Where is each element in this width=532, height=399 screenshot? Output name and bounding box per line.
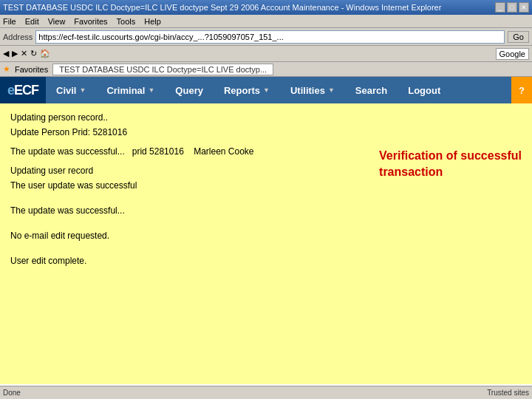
menu-view[interactable]: View — [48, 17, 66, 26]
close-button[interactable]: ✕ — [519, 2, 529, 13]
middle-section: Updating user record The user update was… — [10, 164, 522, 269]
nav-query[interactable]: Query — [165, 77, 214, 103]
help-icon: ? — [519, 85, 525, 96]
civil-dropdown-arrow: ▼ — [79, 86, 86, 94]
nav-civil-label: Civil — [56, 85, 76, 96]
nav-utilities[interactable]: Utilities ▼ — [280, 77, 345, 103]
search-toolbar-input[interactable]: Google — [496, 48, 529, 60]
nav-query-label: Query — [175, 85, 203, 96]
home-icon[interactable]: 🏠 — [40, 49, 50, 58]
ecf-logo-e: e — [7, 83, 14, 98]
menu-edit[interactable]: Edit — [25, 17, 39, 26]
ecf-logo: eECF — [0, 77, 46, 103]
verification-area: Verification of successful transaction — [261, 142, 522, 181]
window-controls[interactable]: _ □ ✕ — [495, 2, 529, 13]
address-label: Address — [3, 33, 33, 41]
nav-logout[interactable]: Logout — [398, 77, 451, 103]
nav-search[interactable]: Search — [345, 77, 398, 103]
line-2: Update Person Prid: 5281016 — [10, 126, 522, 139]
favorites-label: Favorites — [15, 65, 48, 74]
ecf-navbar: eECF Civil ▼ Criminal ▼ Query Reports ▼ … — [0, 77, 532, 103]
menu-help[interactable]: Help — [144, 17, 161, 26]
nav-help[interactable]: ? — [511, 77, 532, 103]
go-button[interactable]: Go — [508, 31, 529, 43]
line-4: Updating user record — [10, 164, 261, 177]
favorites-bar: ★ Favorites TEST DATABASE USDC ILC Docty… — [0, 62, 532, 77]
nav-criminal-label: Criminal — [106, 85, 145, 96]
title-bar: TEST DATABASE USDC ILC Doctype=ILC LIVE … — [0, 0, 532, 15]
nav-reports-label: Reports — [224, 85, 260, 96]
window-title: TEST DATABASE USDC ILC Doctype=ILC LIVE … — [3, 3, 441, 12]
line-7: No e-mail edit requested. — [10, 229, 261, 242]
update-section: Updating person record.. Update Person P… — [10, 111, 522, 139]
refresh-icon[interactable]: ↻ — [30, 49, 37, 58]
stop-icon[interactable]: ✕ — [21, 49, 27, 58]
nav-logout-label: Logout — [408, 85, 440, 96]
verification-text: Verification of successful transaction — [379, 148, 522, 181]
ecf-logo-cf: ECF — [14, 83, 38, 98]
minimize-button[interactable]: _ — [495, 2, 505, 13]
maximize-button[interactable]: □ — [507, 2, 517, 13]
forward-icon[interactable]: ▶ — [12, 49, 18, 58]
nav-utilities-label: Utilities — [290, 85, 325, 96]
verification-line1: Verification of successful — [379, 149, 522, 162]
content-area: Updating person record.. Update Person P… — [0, 103, 532, 384]
line-6: The update was successful... — [10, 204, 261, 217]
nav-civil[interactable]: Civil ▼ — [46, 77, 96, 103]
line-8: User edit complete. — [10, 254, 261, 267]
left-text: Updating user record The user update was… — [10, 164, 261, 269]
browser-toolbar: ◀ ▶ ✕ ↻ 🏠 Google — [0, 46, 532, 62]
status-text: Done — [3, 389, 21, 397]
criminal-dropdown-arrow: ▼ — [148, 86, 154, 94]
utilities-dropdown-arrow: ▼ — [328, 86, 335, 94]
menu-bar: File Edit View Favorites Tools Help — [0, 15, 532, 28]
menu-file[interactable]: File — [3, 17, 16, 26]
nav-criminal[interactable]: Criminal ▼ — [96, 77, 165, 103]
line-5: The user update was successful — [10, 179, 261, 192]
zone-text: Trusted sites — [487, 389, 529, 397]
nav-search-label: Search — [355, 85, 387, 96]
menu-favorites[interactable]: Favorites — [74, 17, 107, 26]
nav-reports[interactable]: Reports ▼ — [214, 77, 280, 103]
line-1: Updating person record.. — [10, 111, 522, 124]
nav-items: Civil ▼ Criminal ▼ Query Reports ▼ Utili… — [46, 77, 511, 103]
favorites-star-icon: ★ — [3, 64, 10, 74]
status-bar: Done Trusted sites — [0, 386, 532, 399]
verification-line2: transaction — [379, 166, 443, 178]
reports-dropdown-arrow: ▼ — [263, 86, 270, 94]
favorites-link[interactable]: TEST DATABASE USDC ILC Doctype=ILC LIVE … — [52, 64, 273, 75]
menu-tools[interactable]: Tools — [117, 17, 136, 26]
back-icon[interactable]: ◀ — [3, 49, 9, 58]
address-input[interactable] — [35, 30, 505, 44]
address-bar: Address Go — [0, 28, 532, 46]
